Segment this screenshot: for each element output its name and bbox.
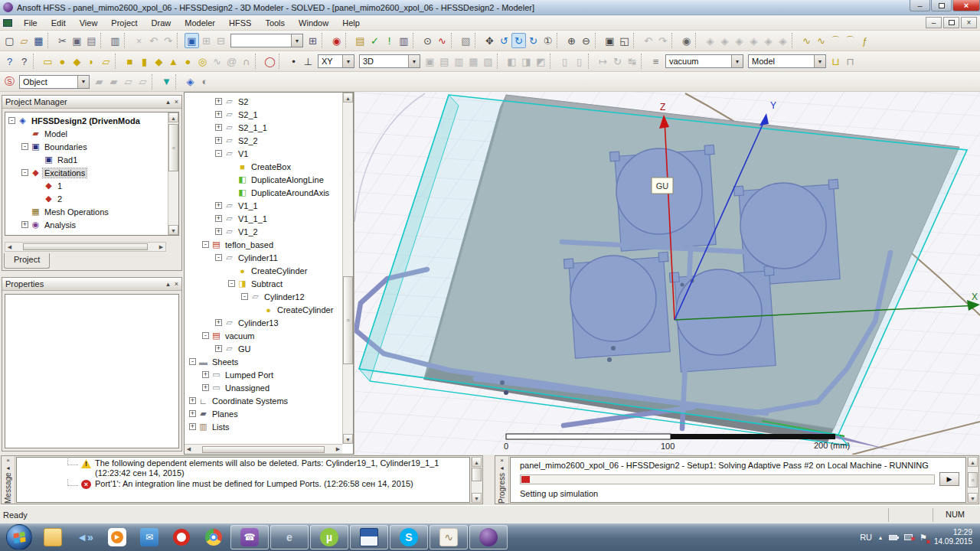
tree-item-boundaries[interactable]: - ▣ Boundaries bbox=[18, 140, 178, 153]
visibility-icon[interactable]: ◉ bbox=[679, 33, 694, 48]
draw-circle-icon[interactable]: ● bbox=[55, 54, 70, 69]
taskbar-chrome[interactable] bbox=[198, 525, 229, 549]
model-tree-item[interactable]: + ▭ Lumped Port bbox=[199, 368, 353, 381]
model-tree-item[interactable]: - ▤ vacuum bbox=[199, 329, 353, 342]
scroll-up-icon[interactable]: ▲ bbox=[968, 457, 978, 467]
toolbar-button[interactable] bbox=[175, 74, 181, 90]
active-window-icon[interactable]: ▣ bbox=[185, 33, 199, 48]
orient-front-icon[interactable]: ◈ bbox=[761, 33, 776, 48]
3d-scene[interactable]: Z Y X GU 0 100 200 (mm) bbox=[354, 92, 980, 455]
tree-item-mesh-operations[interactable]: ▦ Mesh Operations bbox=[18, 205, 178, 218]
message-vscrollbar[interactable]: ▲ ▼ bbox=[471, 457, 482, 503]
tree-expander[interactable]: - bbox=[21, 143, 28, 150]
scroll-down-icon[interactable]: ▼ bbox=[343, 434, 353, 444]
start-button[interactable] bbox=[6, 524, 32, 550]
toolbar-button[interactable] bbox=[671, 33, 678, 48]
scroll-right-icon[interactable]: ▶ bbox=[157, 244, 165, 250]
selection-mode-combo[interactable]: Object▼ bbox=[19, 75, 90, 89]
drawing-plane-combo[interactable]: XY▼ bbox=[318, 54, 354, 68]
tree-expander[interactable]: - bbox=[202, 332, 209, 339]
open-region-icon[interactable]: ⊔ bbox=[828, 54, 843, 69]
child-close-button[interactable]: × bbox=[961, 17, 977, 28]
model-tree-item[interactable]: + ▱ S2_1 bbox=[212, 108, 353, 121]
hierarchy-icon[interactable]: ⊞ bbox=[305, 33, 320, 48]
toolbar-button[interactable] bbox=[595, 33, 601, 48]
draw-box-icon[interactable]: ■ bbox=[122, 54, 137, 69]
panel-collapse-icon[interactable]: ▴ bbox=[166, 98, 170, 106]
model-tree-item[interactable]: + ▥ Lists bbox=[186, 420, 353, 433]
child-minimize-button[interactable]: – bbox=[926, 17, 942, 28]
tree-expander[interactable]: + bbox=[215, 124, 222, 131]
results-icon[interactable]: ⊙ bbox=[420, 33, 435, 48]
project-tree-hscrollbar[interactable]: ◀ ▶ bbox=[5, 242, 166, 252]
polyline-icon[interactable]: ∿ bbox=[799, 33, 814, 48]
model-tree-item[interactable]: - ▱ V1 bbox=[212, 147, 353, 160]
align-v-icon[interactable]: ▯ bbox=[572, 54, 586, 69]
taskbar-ie[interactable]: e bbox=[270, 525, 309, 549]
taskbar-opera[interactable] bbox=[166, 525, 197, 549]
model-tree-item[interactable]: + ▰ Planes bbox=[186, 407, 353, 420]
combo-arrow-icon[interactable]: ▼ bbox=[291, 34, 302, 47]
model-tree-item[interactable]: - ▱ Cylinder12 bbox=[238, 290, 353, 303]
draw-helix-icon[interactable]: ∿ bbox=[210, 54, 224, 69]
project-tree-icon[interactable]: ⊞ bbox=[199, 33, 214, 48]
model-tree-item[interactable]: - ◨ Subtract bbox=[225, 277, 353, 290]
select-face-icon[interactable]: ▱ bbox=[121, 74, 136, 90]
message-manager-tab[interactable]: × ◂ Message bbox=[2, 456, 15, 504]
model-tree-item[interactable]: + ▱ V1_1 bbox=[212, 199, 353, 212]
message-warning[interactable]: ! The following dependent elements will … bbox=[17, 458, 469, 478]
scroll-right-icon[interactable]: ▶ bbox=[334, 446, 342, 452]
model-tree-item[interactable]: + ▱ S2_1_1 bbox=[212, 121, 353, 134]
draw-torus-icon[interactable]: ◎ bbox=[195, 54, 210, 69]
3d-viewport[interactable]: Z Y X GU 0 100 200 (mm) bbox=[354, 92, 980, 455]
toolbar-button[interactable] bbox=[345, 33, 351, 48]
arc-3pt-icon[interactable]: ⌒ bbox=[843, 33, 858, 48]
combo-arrow-icon[interactable]: ▼ bbox=[731, 55, 743, 67]
tree-expander[interactable]: - bbox=[202, 241, 209, 248]
toolbar-button[interactable] bbox=[557, 33, 563, 48]
datasets-icon[interactable]: ▧ bbox=[459, 33, 473, 48]
tree-expander[interactable]: + bbox=[215, 202, 222, 209]
context-help-icon[interactable]: ? bbox=[17, 54, 31, 69]
draw-polyhedron-icon[interactable]: ◆ bbox=[152, 54, 166, 69]
tree-expander[interactable]: - bbox=[215, 254, 222, 261]
toolbar-button[interactable] bbox=[475, 33, 481, 48]
panel-collapse-icon[interactable]: ▴ bbox=[166, 280, 170, 288]
panel-close-icon[interactable]: × bbox=[175, 280, 178, 288]
subtract-icon[interactable]: ▤ bbox=[437, 54, 452, 69]
language-indicator[interactable]: RU bbox=[860, 533, 872, 542]
scrollbar-thumb[interactable] bbox=[23, 243, 148, 250]
scroll-down-icon[interactable]: ▼ bbox=[968, 493, 978, 503]
select-vertex-icon[interactable]: ▰ bbox=[92, 74, 106, 90]
toolbar-button[interactable] bbox=[588, 54, 594, 69]
draw-polygon-icon[interactable]: ◆ bbox=[70, 54, 84, 69]
taskbar-hfss-doc[interactable]: ∿ bbox=[430, 525, 468, 549]
message-error[interactable]: × Port'1': An integration line must be d… bbox=[17, 478, 469, 489]
intersect-icon[interactable]: ▥ bbox=[452, 54, 466, 69]
tree-item-model[interactable]: ▰ Model bbox=[18, 127, 178, 140]
view-mode-combo[interactable]: 3D▼ bbox=[359, 54, 420, 68]
tree-expander[interactable]: + bbox=[189, 410, 196, 417]
orient-back-icon[interactable]: ◈ bbox=[776, 33, 790, 48]
model-tree-item[interactable]: ◧ DuplicateAlongLine bbox=[225, 173, 353, 186]
model-tree-item[interactable]: + ▱ GU bbox=[212, 342, 353, 355]
taskbar-mail[interactable]: ✉ bbox=[134, 525, 165, 549]
draw-bondwire-icon[interactable]: ∩ bbox=[239, 54, 253, 69]
taskbar-utorrent[interactable]: µ bbox=[310, 525, 348, 549]
tree-item-analysis[interactable]: + ◉ Analysis bbox=[18, 218, 178, 231]
toolbar-button[interactable] bbox=[279, 54, 285, 69]
scroll-down-icon[interactable]: ▼ bbox=[472, 493, 482, 503]
tree-item-excitations[interactable]: - ◆ Excitations bbox=[18, 166, 178, 179]
menu-edit[interactable]: Edit bbox=[44, 17, 73, 29]
scroll-left-icon[interactable]: ◀ bbox=[185, 446, 193, 452]
pan-icon[interactable]: ✥ bbox=[482, 33, 497, 48]
zoom-in-icon[interactable]: ⊕ bbox=[564, 33, 579, 48]
scroll-up-icon[interactable]: ▲ bbox=[343, 93, 353, 103]
rotate-tool-icon[interactable]: ◨ bbox=[519, 54, 534, 69]
toolbar-button[interactable] bbox=[33, 54, 39, 69]
toolbar-button[interactable] bbox=[695, 33, 701, 48]
cut-icon[interactable]: ✂ bbox=[55, 33, 70, 48]
model-tree-item[interactable]: + ▱ S2_2 bbox=[212, 134, 353, 147]
undo-icon[interactable]: ↶ bbox=[146, 33, 161, 48]
tree-item-port1[interactable]: ◆ 1 bbox=[31, 179, 178, 192]
